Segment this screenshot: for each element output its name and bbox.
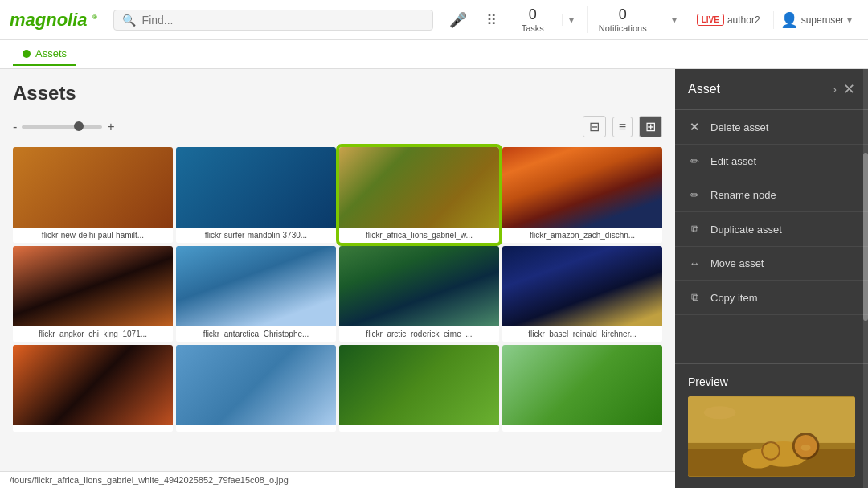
svg-point-11 — [763, 443, 779, 459]
svg-point-12 — [704, 406, 736, 419]
list-view-button[interactable]: ≡ — [612, 117, 633, 137]
grid-view-icon: ⊞ — [645, 120, 656, 133]
grid-item-2[interactable]: flickr-surfer-mandolin-3730... — [176, 147, 336, 243]
grid-item-9[interactable] — [13, 345, 173, 432]
microphone-icon[interactable]: 🎤 — [443, 11, 473, 29]
file-path-bar: /tours/flickr_africa_lions_gabriel_white… — [0, 471, 675, 488]
tab-assets[interactable]: Assets — [13, 43, 76, 66]
copy-icon: ⧉ — [688, 291, 701, 304]
menu-item-copy-label: Copy item — [710, 292, 758, 304]
grid-label-9 — [13, 425, 173, 432]
grid-label-6: flickr_antarctica_Christophe... — [176, 326, 336, 342]
grid-label-8: flickr_basel_reinald_kirchner... — [502, 326, 662, 342]
menu-item-move-label: Move asset — [710, 257, 764, 269]
grid-item-5[interactable]: flickr_angkor_chi_king_1071... — [13, 246, 173, 342]
grid-label-10 — [176, 425, 336, 432]
menu-item-duplicate[interactable]: ⧉ Duplicate asset — [675, 212, 868, 247]
grid-item-12[interactable] — [502, 345, 662, 432]
zoom-slider[interactable] — [22, 125, 102, 129]
image-grid: flickr-new-delhi-paul-hamilt... flickr-s… — [13, 147, 662, 432]
grid-item-4[interactable]: flickr_amazon_zach_dischn... — [502, 147, 662, 243]
grid-label-2: flickr-surfer-mandolin-3730... — [176, 228, 336, 243]
tree-view-button[interactable]: ⊟ — [583, 116, 606, 137]
search-bar[interactable]: 🔍 — [113, 10, 433, 31]
list-view-icon: ≡ — [619, 120, 626, 133]
live-badge: LIVE — [697, 14, 724, 26]
notifications-section: 0 Notifications — [587, 6, 658, 33]
grid-image-10 — [176, 345, 336, 425]
grid-item-3[interactable]: flickr_africa_lions_gabriel_w... — [339, 147, 499, 243]
grid-item-1[interactable]: flickr-new-delhi-paul-hamilt... — [13, 147, 173, 243]
grid-label-7: flickr_arctic_roderick_eime_... — [339, 326, 499, 342]
grid-item-10[interactable] — [176, 345, 336, 432]
grid-label-4: flickr_amazon_zach_dischn... — [502, 228, 662, 243]
main-area: Assets - + ⊟ ≡ ⊞ — [0, 69, 868, 488]
search-icon: 🔍 — [122, 14, 136, 27]
grid-label-5: flickr_angkor_chi_king_1071... — [13, 326, 173, 342]
grid-label-12 — [502, 425, 662, 432]
rename-icon: ✏ — [688, 189, 701, 201]
menu-item-duplicate-label: Duplicate asset — [710, 223, 782, 236]
grid-image-7 — [339, 246, 499, 326]
tabbar: Assets — [0, 40, 868, 69]
page-title: Assets — [13, 82, 662, 105]
content-area: Assets - + ⊟ ≡ ⊞ — [0, 69, 675, 488]
grid-item-11[interactable] — [339, 345, 499, 432]
tasks-section: 0 Tasks — [510, 6, 555, 33]
menu-item-edit[interactable]: ✏ Edit asset — [675, 145, 868, 178]
notifications-dropdown: ▾ — [672, 14, 677, 26]
panel-menu: ✕ Delete asset ✏ Edit asset ✏ Rename nod… — [675, 110, 868, 363]
tasks-count: 0 — [529, 6, 537, 23]
menu-item-move[interactable]: ↔ Move asset — [675, 247, 868, 281]
topbar-icons: 🎤 ⠿ 0 Tasks ▾ 0 Notifications ▾ LIVE aut… — [443, 6, 858, 33]
menu-item-copy[interactable]: ⧉ Copy item — [675, 281, 868, 315]
svg-point-7 — [801, 445, 811, 451]
zoom-out-button[interactable]: - — [13, 120, 17, 134]
notifications-label: Notifications — [599, 23, 647, 33]
menu-item-edit-label: Edit asset — [710, 155, 756, 167]
grid-label-11 — [339, 425, 499, 432]
topbar: magnolia ® 🔍 🎤 ⠿ 0 Tasks ▾ 0 Notificatio… — [0, 0, 868, 40]
panel-close-button[interactable]: ✕ — [843, 80, 855, 98]
panel-expand-icon[interactable]: › — [833, 83, 837, 96]
superuser-name: superuser — [801, 14, 844, 26]
scrollbar-thumb[interactable] — [863, 153, 868, 320]
zoom-in-button[interactable]: + — [107, 120, 114, 134]
scrollbar-track — [863, 69, 868, 488]
user-icon[interactable]: 👤 — [780, 11, 798, 29]
menu-item-rename-label: Rename node — [710, 189, 776, 201]
grid-image-4 — [502, 147, 662, 228]
tasks-label: Tasks — [522, 23, 544, 33]
edit-icon: ✏ — [688, 155, 701, 167]
grid-image-9 — [13, 345, 173, 425]
tab-dot — [23, 50, 31, 58]
menu-item-delete-label: Delete asset — [710, 121, 768, 133]
menu-item-delete[interactable]: ✕ Delete asset — [675, 110, 868, 145]
tab-label: Assets — [35, 47, 67, 59]
user-dropdown[interactable]: ▾ — [847, 14, 852, 26]
grid-item-7[interactable]: flickr_arctic_roderick_eime_... — [339, 246, 499, 342]
grid-image-11 — [339, 345, 499, 425]
grid-image-5 — [13, 246, 173, 326]
grid-image-8 — [502, 246, 662, 326]
grid-item-6[interactable]: flickr_antarctica_Christophe... — [176, 246, 336, 342]
grid-view-button[interactable]: ⊞ — [639, 116, 662, 137]
grid-image-2 — [176, 147, 336, 228]
preview-section: Preview — [675, 363, 868, 488]
grid-item-8[interactable]: flickr_basel_reinald_kirchner... — [502, 246, 662, 342]
move-icon: ↔ — [688, 257, 701, 269]
grid-image-3 — [339, 147, 499, 228]
grid-icon[interactable]: ⠿ — [480, 11, 503, 29]
panel-title: Asset — [688, 82, 720, 96]
content-toolbar: - + ⊟ ≡ ⊞ — [13, 116, 662, 137]
grid-label-3: flickr_africa_lions_gabriel_w... — [339, 228, 499, 243]
panel-header: Asset › ✕ — [675, 69, 868, 110]
author-name: author2 — [727, 14, 760, 26]
magnolia-logo: magnolia ® — [10, 10, 97, 31]
menu-item-rename[interactable]: ✏ Rename node — [675, 178, 868, 212]
duplicate-icon: ⧉ — [688, 223, 701, 236]
logo-text: magnolia — [10, 10, 88, 30]
dropdown-arrow: ▾ — [569, 14, 574, 26]
notifications-count: 0 — [619, 6, 627, 23]
search-input[interactable] — [142, 14, 424, 27]
